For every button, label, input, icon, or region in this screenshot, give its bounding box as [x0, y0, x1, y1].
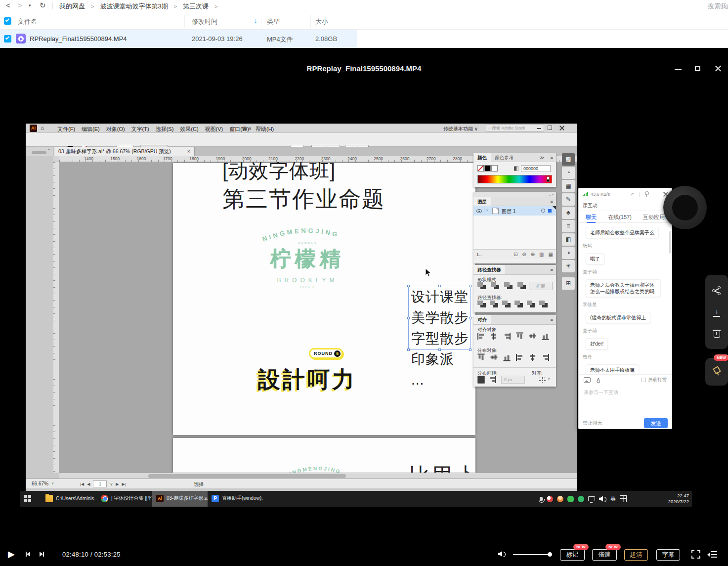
- block-rewards-checkbox[interactable]: 屏蔽打赏: [642, 377, 667, 383]
- menu-item[interactable]: 视图(V): [205, 126, 223, 133]
- wechat-icon[interactable]: [567, 496, 574, 502]
- panel-menu-icon[interactable]: ≡: [547, 197, 556, 206]
- column-header-type[interactable]: 类型: [267, 17, 280, 26]
- popout-icon[interactable]: ↗: [630, 191, 634, 197]
- layer-name[interactable]: 图层 1: [502, 208, 515, 215]
- prev-artboard-icon[interactable]: ◀: [87, 482, 90, 486]
- microphone-icon[interactable]: [540, 497, 543, 501]
- dock-panel-icon[interactable]: ◔: [562, 167, 575, 179]
- expand-layer-icon[interactable]: ›: [486, 208, 488, 213]
- volume-slider[interactable]: [513, 554, 551, 555]
- row-checkbox[interactable]: [4, 35, 11, 43]
- panel-menu-icon[interactable]: ≡: [547, 153, 556, 162]
- sort-desc-icon[interactable]: ↓: [254, 17, 257, 24]
- stroke-none-swatch[interactable]: [477, 165, 484, 172]
- taskbar-item[interactable]: P 直播助手(window)...: [208, 491, 263, 507]
- color-spectrum[interactable]: [477, 175, 552, 183]
- distribute-vcenter-icon[interactable]: [491, 354, 498, 361]
- next-button[interactable]: [40, 552, 44, 557]
- align-top-icon[interactable]: [516, 333, 523, 340]
- file-name[interactable]: RPReplay_Final1595500894.MP4: [30, 35, 127, 43]
- menu-item[interactable]: 对象(O): [106, 126, 125, 133]
- dock-panel-icon[interactable]: ♣: [562, 207, 575, 219]
- menu-item[interactable]: 编辑(E): [82, 126, 100, 133]
- app-minimize-icon[interactable]: [537, 128, 541, 129]
- search-input[interactable]: 搜索我的: [708, 2, 728, 11]
- horizontal-spacing-icon[interactable]: [489, 376, 496, 383]
- menu-item[interactable]: 选择(S): [156, 126, 174, 133]
- share-icon[interactable]: [712, 286, 721, 295]
- hex-value-field[interactable]: 000000: [521, 165, 551, 172]
- align-middle-icon[interactable]: [529, 333, 536, 340]
- exclude-icon[interactable]: [517, 282, 526, 289]
- layers-footer-icon[interactable]: ⊘: [522, 252, 526, 257]
- download-icon[interactable]: ↓: [712, 308, 721, 317]
- menu-item[interactable]: 帮助(H): [256, 126, 274, 133]
- breadcrumb-item[interactable]: 我的网盘: [59, 2, 85, 11]
- chat-scrollbar[interactable]: [669, 231, 671, 254]
- back-icon[interactable]: <: [6, 1, 10, 9]
- merge-icon[interactable]: [502, 301, 511, 307]
- dock-panel-icon[interactable]: ▩: [562, 153, 575, 166]
- lemon-logo-artwork[interactable]: NINGMENGJING NUMBER 柠檬精 BROOKLYM 2020.6: [228, 221, 386, 320]
- panel-collapse-strip[interactable]: .. ×: [473, 192, 556, 197]
- crop-icon[interactable]: [514, 301, 523, 307]
- quality-button[interactable]: 超清: [624, 549, 648, 561]
- taskbar-clock[interactable]: 22:47 2020/7/22: [668, 493, 689, 505]
- layer-row[interactable]: › 图层 1: [473, 206, 556, 216]
- menu-item[interactable]: 文件(F): [57, 126, 75, 133]
- speed-button[interactable]: 倍速: [592, 549, 617, 561]
- close-icon[interactable]: [715, 65, 722, 72]
- distribute-bottom-icon[interactable]: [504, 354, 511, 361]
- horizontal-scrollbar[interactable]: [59, 473, 577, 479]
- column-header-size[interactable]: 大小: [315, 17, 328, 26]
- fullscreen-icon[interactable]: [691, 550, 700, 559]
- chat-tab[interactable]: 在线(157): [608, 211, 632, 223]
- previous-button[interactable]: [26, 552, 30, 557]
- design-logo-artwork[interactable]: ROUND 6 設計呵力: [228, 325, 386, 414]
- volume-icon[interactable]: [498, 551, 506, 557]
- spacing-value-field[interactable]: 0 px: [501, 376, 525, 384]
- layers-footer-icon[interactable]: ▥: [539, 252, 544, 257]
- arrange-documents-icon[interactable]: ▦ ∨: [242, 126, 252, 131]
- tab-close-icon[interactable]: ×: [187, 147, 190, 156]
- tab-color[interactable]: 颜色: [473, 153, 491, 162]
- dock-panel-icon[interactable]: ☀: [562, 260, 575, 272]
- divide-icon[interactable]: [477, 301, 486, 307]
- distribute-right-icon[interactable]: [542, 354, 549, 361]
- app-close-icon[interactable]: [559, 126, 564, 131]
- trim-icon[interactable]: [490, 301, 498, 307]
- align-to-dropdown-icon[interactable]: [539, 377, 546, 383]
- course-list-line[interactable]: ...: [411, 370, 480, 391]
- first-artboard-icon[interactable]: |◀: [80, 482, 84, 486]
- distribute-top-icon[interactable]: [478, 354, 485, 361]
- taskbar-item[interactable]: | 字体设计合集 ||平...: [97, 491, 152, 507]
- font-style-icon[interactable]: A̲: [597, 377, 600, 383]
- tab-pathfinder[interactable]: 路径查找器: [473, 265, 505, 274]
- send-button[interactable]: 发送: [644, 418, 668, 428]
- dock-panel-icon[interactable]: ◑: [562, 247, 575, 259]
- minus-front-icon[interactable]: [491, 282, 499, 289]
- artboard-dropdown-icon[interactable]: ∨: [110, 482, 113, 486]
- chat-tab[interactable]: 聊天: [586, 211, 597, 223]
- unite-icon[interactable]: [477, 282, 486, 289]
- tray-user-icon[interactable]: [557, 496, 563, 502]
- column-header-name[interactable]: 文件名: [18, 17, 37, 26]
- document-tab[interactable]: 03-趣味多样字形.ai* @ 66.67% (RGB/GPU 预览) ×: [54, 147, 195, 156]
- subtitle-button[interactable]: 字幕: [656, 549, 680, 561]
- breadcrumb-item[interactable]: 波波课堂动效字体第3期: [100, 2, 168, 11]
- layers-footer-icon[interactable]: ⊕: [531, 252, 535, 257]
- layers-footer-icon[interactable]: ▦: [549, 252, 553, 257]
- panel-more-icon[interactable]: ≫: [537, 153, 548, 162]
- select-all-checkbox[interactable]: [4, 17, 11, 25]
- course-list-line[interactable]: 字型散步: [411, 328, 480, 349]
- tab-align[interactable]: 对齐: [473, 315, 491, 324]
- white-swatch[interactable]: [491, 165, 498, 172]
- mark-button[interactable]: 标记: [560, 549, 585, 561]
- chat-minimize-icon[interactable]: [653, 194, 658, 195]
- taskbar-item[interactable]: Ai 03-趣味多样字形.a...: [152, 491, 208, 507]
- menu-item[interactable]: 效果(C): [180, 126, 198, 133]
- next-artboard-icon[interactable]: ▶: [116, 482, 119, 486]
- vertical-spacing-icon[interactable]: [478, 376, 485, 384]
- start-button[interactable]: [24, 495, 31, 502]
